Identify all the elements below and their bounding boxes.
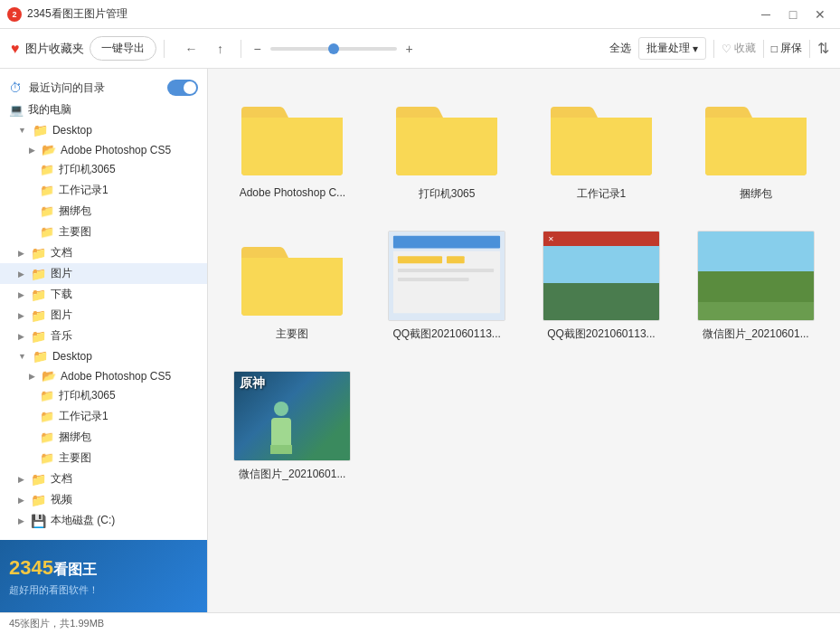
qq-img-svg1 bbox=[389, 231, 505, 321]
sidebar-label-diskc: 本地磁盘 (C:) bbox=[51, 513, 115, 528]
folder-thumbnail-1 bbox=[233, 90, 351, 181]
recent-toggle[interactable] bbox=[167, 80, 198, 96]
sidebar-item-work1[interactable]: 📁 工作记录1 bbox=[0, 180, 207, 201]
svg-rect-5 bbox=[398, 269, 494, 272]
file-name-folder1: Adobe Photoshop C... bbox=[240, 186, 345, 199]
screen-button[interactable]: □ 屏保 bbox=[771, 41, 802, 56]
toolbar-divider5 bbox=[809, 40, 810, 58]
sidebar-label-m1: 主要图 bbox=[59, 224, 91, 240]
sidebar-item-bundle2[interactable]: 📁 捆绑包 bbox=[0, 427, 207, 448]
close-button[interactable]: ✕ bbox=[807, 2, 833, 27]
heart-collect-icon: ♡ bbox=[722, 43, 731, 55]
sidebar-ad[interactable]: 2345看图王 超好用的看图软件！ bbox=[0, 540, 207, 612]
file-name-folder5: 主要图 bbox=[276, 326, 308, 342]
window-controls: ─ □ ✕ bbox=[753, 2, 833, 27]
file-item-folder3[interactable]: 工作记录1 bbox=[532, 83, 672, 209]
sidebar-scroll[interactable]: ⏱ 最近访问的目录 💻 我的电脑 ▼ 📁 Desktop ▶ bbox=[0, 69, 207, 540]
file-item-folder1[interactable]: Adobe Photoshop C... bbox=[222, 83, 363, 209]
file-grid: Adobe Photoshop C... 打印机3065 bbox=[222, 83, 826, 489]
qq-img-scene bbox=[543, 246, 659, 320]
sidebar-item-music[interactable]: ▶ 📁 音乐 bbox=[0, 326, 207, 346]
img-thumbnail-2: ✕ bbox=[543, 231, 660, 321]
file-item-img3[interactable]: 微信图片_20210601... bbox=[685, 223, 826, 349]
svg-rect-6 bbox=[398, 278, 469, 281]
qq-thumb1 bbox=[388, 231, 505, 321]
sidebar-item-main1[interactable]: 📁 主要图 bbox=[0, 222, 207, 242]
sidebar-label-b1: 捆绑包 bbox=[59, 203, 91, 219]
ad-title: 2345看图王 bbox=[9, 556, 198, 580]
sidebar-label-desktop1: Desktop bbox=[52, 124, 92, 137]
computer-icon: 💻 bbox=[9, 103, 24, 118]
file-item-img1[interactable]: QQ截图2021060113... bbox=[377, 223, 517, 349]
img-thumbnail-1 bbox=[388, 231, 505, 321]
maximize-button[interactable]: □ bbox=[780, 2, 806, 27]
sidebar-item-photoshop2[interactable]: ▶ 📂 Adobe Photoshop CS5 bbox=[0, 366, 207, 385]
folder-icon-ps2: 📂 bbox=[42, 369, 56, 383]
folder-thumbnail-2 bbox=[388, 90, 505, 181]
sidebar-item-main2[interactable]: 📁 主要图 bbox=[0, 448, 207, 468]
up-button[interactable]: ↑ bbox=[208, 36, 233, 62]
folder-icon-w1: 📁 bbox=[40, 184, 54, 197]
sidebar-label-w1: 工作记录1 bbox=[59, 183, 109, 198]
folder-icon-b2: 📁 bbox=[40, 431, 54, 444]
file-item-img4[interactable]: 原神 微信图片_20210601... bbox=[222, 364, 363, 489]
zoom-in-button[interactable]: + bbox=[401, 40, 419, 58]
file-name-folder2: 打印机3065 bbox=[419, 186, 476, 202]
titlebar-title: 2345看图王图片管理 bbox=[27, 6, 753, 22]
main-area: ⏱ 最近访问的目录 💻 我的电脑 ▼ 📁 Desktop ▶ bbox=[0, 69, 840, 612]
sidebar-item-bundle1[interactable]: 📁 捆绑包 bbox=[0, 201, 207, 222]
sidebar-label-pics: 图片 bbox=[51, 266, 72, 281]
sidebar-label-w2: 工作记录1 bbox=[59, 409, 109, 424]
toolbar-divider1 bbox=[164, 40, 165, 58]
sidebar-item-pics2[interactable]: ▶ 📁 图片 bbox=[0, 305, 207, 326]
expand-icon-vid: ▶ bbox=[18, 496, 24, 505]
sidebar-item-docs2[interactable]: ▶ 📁 文档 bbox=[0, 468, 207, 489]
zoom-out-button[interactable]: − bbox=[249, 40, 267, 58]
folder-icon-m2: 📁 bbox=[40, 451, 54, 465]
sidebar-item-printer1[interactable]: 📁 打印机3065 bbox=[0, 159, 207, 180]
sidebar-item-work2[interactable]: 📁 工作记录1 bbox=[0, 406, 207, 427]
svg-rect-1 bbox=[393, 236, 500, 249]
file-item-folder2[interactable]: 打印机3065 bbox=[377, 83, 517, 209]
minimize-button[interactable]: ─ bbox=[753, 2, 779, 27]
sidebar-item-downloads[interactable]: ▶ 📁 下载 bbox=[0, 284, 207, 305]
file-item-img2[interactable]: ✕ QQ截图2021060113... bbox=[532, 223, 672, 349]
sidebar-item-desktop2[interactable]: ▼ 📁 Desktop bbox=[0, 346, 207, 366]
file-content[interactable]: Adobe Photoshop C... 打印机3065 bbox=[208, 69, 840, 612]
sidebar-item-videos[interactable]: ▶ 📁 视频 bbox=[0, 489, 207, 510]
sidebar-label-music: 音乐 bbox=[51, 328, 72, 344]
sidebar-item-pics[interactable]: ▶ 📁 图片 bbox=[0, 263, 207, 284]
sidebar-item-desktop1[interactable]: ▼ 📁 Desktop bbox=[0, 120, 207, 140]
folder-blue-icon1: 📁 bbox=[33, 123, 48, 137]
collect-button[interactable]: ♡ 收藏 bbox=[722, 41, 756, 56]
sidebar-item-docs[interactable]: ▶ 📁 文档 bbox=[0, 242, 207, 263]
sort-button[interactable]: ⇅ bbox=[817, 40, 829, 57]
file-item-folder4[interactable]: 捆绑包 bbox=[685, 83, 826, 209]
sidebar-item-mycomputer[interactable]: 💻 我的电脑 bbox=[0, 99, 207, 120]
sidebar: ⏱ 最近访问的目录 💻 我的电脑 ▼ 📁 Desktop ▶ bbox=[0, 69, 208, 612]
zoom-slider-thumb bbox=[328, 43, 339, 54]
folder-icon-b1: 📁 bbox=[40, 204, 54, 218]
sidebar-item-photoshop1[interactable]: ▶ 📂 Adobe Photoshop CS5 bbox=[0, 140, 207, 159]
toolbar-divider4 bbox=[763, 40, 764, 58]
file-name-folder4: 捆绑包 bbox=[740, 186, 772, 202]
heart-icon: ♥ bbox=[11, 41, 20, 57]
toolbar-right: 全选 批量处理 ▾ ♡ 收藏 □ 屏保 ⇅ bbox=[609, 37, 829, 60]
file-name-img1: QQ截图2021060113... bbox=[392, 326, 500, 342]
expand-icon-pics: ▶ bbox=[18, 270, 24, 279]
export-button[interactable]: 一键导出 bbox=[90, 36, 156, 61]
img-thumbnail-4: 原神 bbox=[233, 371, 351, 461]
sidebar-item-diskc[interactable]: ▶ 💾 本地磁盘 (C:) bbox=[0, 510, 207, 531]
select-all-button[interactable]: 全选 bbox=[609, 41, 631, 56]
zoom-slider[interactable] bbox=[270, 47, 397, 51]
expand-icon-ps2: ▶ bbox=[29, 372, 35, 381]
folder-icon-docs: 📁 bbox=[31, 246, 46, 260]
toggle-knob bbox=[184, 81, 196, 94]
expand-icon-docs2: ▶ bbox=[18, 475, 24, 484]
file-item-folder5[interactable]: 主要图 bbox=[222, 223, 363, 349]
sidebar-item-printer2[interactable]: 📁 打印机3065 bbox=[0, 385, 207, 406]
batch-process-button[interactable]: 批量处理 ▾ bbox=[638, 37, 706, 60]
back-button[interactable]: ← bbox=[179, 36, 204, 62]
expand-icon-docs: ▶ bbox=[18, 249, 24, 258]
sidebar-label-ps1: Adobe Photoshop CS5 bbox=[61, 144, 171, 156]
